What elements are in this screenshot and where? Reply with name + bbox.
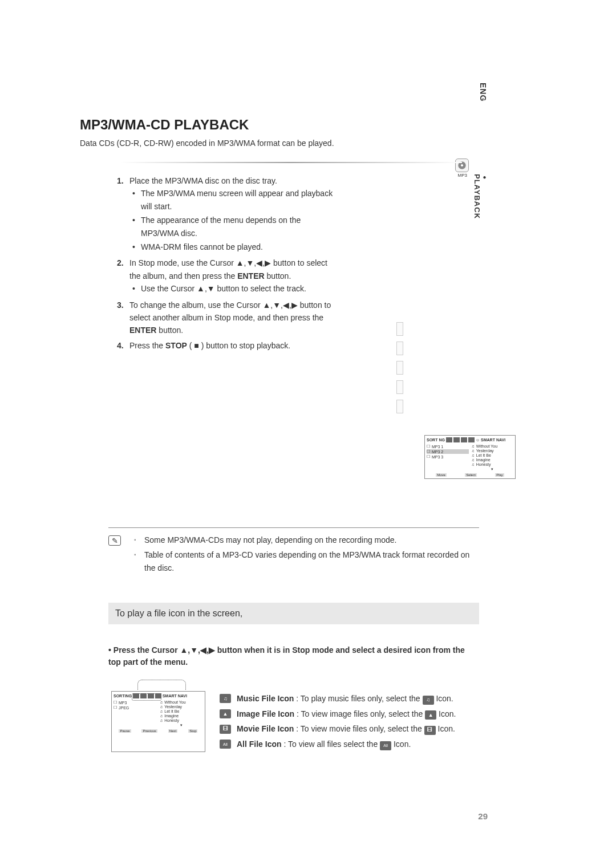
legend-tail: Icon.	[436, 709, 456, 718]
track-label: Without You	[476, 444, 497, 448]
step-text: button.	[265, 271, 291, 281]
ui-footer-btn: Play	[495, 473, 504, 477]
language-tag: ENG	[479, 83, 488, 101]
ui-sort-label: SORT NG	[427, 438, 445, 442]
page-number: 29	[478, 811, 488, 821]
note-text: Some MP3/WMA-CDs may not play, depending…	[144, 534, 397, 546]
step-text: Place the MP3/WMA disc on the disc tray.	[129, 176, 277, 185]
ui-footer-btn: Select	[465, 473, 477, 477]
step-text: ( ■ ) button to stop playback.	[187, 341, 290, 350]
icon-legend: ♫ Music File Icon : To play music files …	[220, 691, 479, 751]
folder-label: MP3 1	[432, 445, 443, 449]
folder-label: MP3	[119, 701, 127, 705]
note-text: Table of contents of a MP3-CD varies dep…	[144, 549, 479, 574]
subtitle: Data CDs (CD-R, CD-RW) encoded in MP3/WM…	[80, 139, 491, 148]
music-icon: ♫	[423, 696, 434, 705]
folder-label: MP3 3	[432, 455, 443, 459]
track-label: Honesty	[476, 462, 491, 466]
track-label: Honesty	[164, 718, 179, 722]
ui-footer-btn: Pause	[119, 729, 131, 733]
track-label: Imagine	[476, 458, 491, 462]
enter-label: ENTER	[129, 326, 156, 335]
enter-label: ENTER	[237, 271, 264, 281]
track-label: Imagine	[164, 714, 179, 718]
folder-label: JPEG	[119, 706, 129, 710]
page-title: MP3/WMA-CD PLAYBACK	[80, 117, 491, 133]
image-icon: ▲	[425, 710, 436, 720]
ui-footer-btn: Move	[436, 473, 447, 477]
ui-smartnavi-label: SMART NAVI	[481, 438, 505, 442]
ui-footer-btn: Previous	[141, 729, 157, 733]
legend-text: : To play music files only, select the	[294, 694, 422, 703]
note-icon: ✎	[108, 535, 121, 546]
legend-tail: Icon.	[436, 724, 455, 733]
callout-box	[132, 693, 161, 701]
folder-label: MP3 2	[432, 450, 443, 454]
track-label: Yesterday	[164, 705, 182, 709]
step-number: 2.	[117, 257, 129, 296]
ui-sort-label: SORTING	[114, 694, 132, 698]
step-text: To change the album, use the Cursor ▲,▼,…	[129, 300, 331, 322]
track-label: Let It Be	[164, 709, 179, 713]
divider	[120, 162, 462, 163]
stop-label: STOP	[165, 341, 187, 350]
bullet-text: Use the Cursor ▲,▼ button to select the …	[141, 282, 306, 295]
instruction-list: 1. Place the MP3/WMA disc on the disc tr…	[117, 174, 334, 352]
bullet-text: WMA-DRM files cannot be played.	[141, 241, 263, 253]
all-icon: All	[220, 740, 231, 749]
legend-tail: Icon.	[391, 740, 411, 749]
track-label: Let It Be	[476, 453, 491, 457]
step-number: 4.	[117, 339, 129, 352]
movie-icon: 🎞	[220, 725, 231, 734]
divider	[108, 527, 479, 528]
legend-text: : To view all files select the	[282, 740, 380, 749]
ui-screenshot-1: SORT NG ☺ SMART NAVI MP3 1 MP3 2 MP3 3 W…	[424, 435, 516, 479]
bullet-text: The appearance of the menu depends on th…	[141, 214, 334, 239]
music-icon: ♫	[220, 694, 231, 703]
callout-line	[137, 680, 186, 690]
ui-smartnavi-label: SMART NAVI	[163, 694, 187, 698]
step-text: button.	[156, 326, 183, 335]
step-number: 1.	[117, 174, 129, 254]
legend-label: Movie File Icon	[237, 724, 294, 733]
all-chip-icon	[468, 437, 475, 442]
sub-heading: To play a file icon in the screen,	[108, 603, 479, 624]
image-chip-icon	[453, 437, 460, 442]
legend-label: All File Icon	[237, 740, 282, 749]
ui-footer-btn: Stop	[188, 729, 197, 733]
ui-screenshot-2: SORTING SMART NAVI MP3 JPEG Without You …	[111, 691, 205, 751]
bullet-text: The MP3/WMA menu screen will appear and …	[141, 187, 334, 213]
ui-footer-btn: Next	[168, 729, 177, 733]
legend-text: : To view movie files only, select the	[294, 724, 424, 733]
image-icon: ▲	[220, 709, 231, 718]
legend-label: Music File Icon	[237, 694, 294, 703]
step-number: 3.	[117, 299, 129, 337]
all-icon: All	[380, 741, 391, 750]
step-text: In Stop mode, use the Cursor ▲,▼,◀,▶ but…	[129, 258, 327, 280]
legend-text: : To view image files only, select the	[294, 709, 425, 718]
movie-chip-icon	[461, 437, 467, 442]
music-chip-icon	[446, 437, 452, 442]
movie-icon: 🎞	[424, 726, 436, 735]
step-text: Press the	[129, 341, 165, 350]
legend-label: Image File Icon	[237, 709, 294, 718]
instruction-bold: • Press the Cursor ▲,▼,◀,▶ button when i…	[108, 644, 479, 668]
legend-tail: Icon.	[434, 694, 453, 703]
side-strip	[396, 322, 402, 413]
track-label: Yesterday	[476, 449, 494, 453]
track-label: Without You	[164, 700, 185, 704]
